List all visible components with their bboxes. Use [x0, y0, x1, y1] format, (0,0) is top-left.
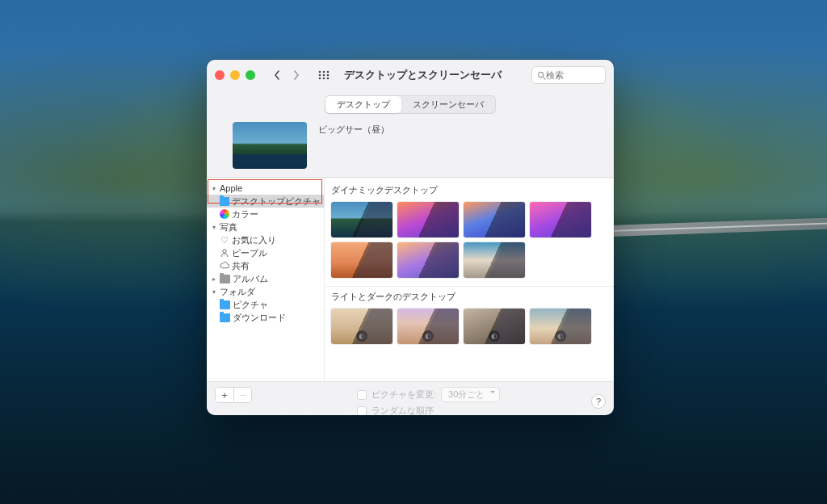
sidebar-item-favorites[interactable]: ♡ お気に入り [207, 233, 324, 246]
forward-button[interactable] [288, 67, 305, 83]
sidebar-item-label: 共有 [232, 260, 250, 272]
wallpaper-thumb[interactable]: ◐ [397, 309, 459, 344]
svg-point-11 [223, 250, 226, 253]
svg-point-4 [323, 74, 325, 77]
change-picture-checkbox[interactable] [357, 390, 367, 400]
source-sidebar: ▾ Apple デスクトップピクチャ カラー ▾ 写真 ♡ お気に入り [207, 178, 325, 381]
sidebar-item-label: デスクトップピクチャ [232, 195, 321, 208]
wallpaper-thumb[interactable] [464, 242, 525, 278]
svg-point-1 [323, 71, 325, 74]
color-wheel-icon [220, 209, 229, 219]
current-wallpaper-preview [233, 122, 307, 169]
sidebar-item-colors[interactable]: カラー [207, 208, 324, 220]
svg-point-9 [538, 72, 543, 77]
sidebar-group-folders[interactable]: ▾ フォルダ [207, 285, 324, 298]
tab-desktop[interactable]: デスクトップ [325, 96, 401, 113]
minimize-button[interactable] [230, 70, 240, 80]
random-order-label: ランダムな順序 [372, 405, 434, 415]
section-lightdark: ライトとダークのデスクトップ [325, 288, 614, 305]
sidebar-item-people[interactable]: ピープル [207, 246, 324, 259]
search-icon [537, 71, 546, 80]
grid-icon [318, 70, 330, 80]
people-icon [220, 248, 229, 258]
sidebar-item-label: お気に入り [232, 234, 276, 246]
wallpaper-thumb[interactable] [397, 242, 459, 278]
interval-select[interactable]: 30分ごと [441, 387, 500, 402]
sidebar-item-shared[interactable]: 共有 [207, 259, 324, 272]
change-options: ピクチャを変更: 30分ごと ランダムな順序 [357, 387, 500, 415]
lightdark-grid: ◐ ◐ ◐ ◐ [325, 305, 614, 351]
svg-point-7 [323, 78, 325, 80]
chevron-left-icon [274, 70, 280, 80]
sidebar-item-pictures-folder[interactable]: ピクチャ [207, 298, 324, 311]
wallpaper-thumb[interactable] [530, 202, 591, 237]
zoom-button[interactable] [246, 70, 255, 80]
svg-point-6 [319, 78, 321, 80]
change-picture-label: ピクチャを変更: [372, 388, 436, 401]
sidebar-group-photos[interactable]: ▾ 写真 [207, 220, 324, 233]
svg-point-2 [327, 71, 330, 74]
add-remove-control: ＋ － [215, 387, 252, 403]
wallpaper-content: ダイナミックデスクトップ ライトとダークのデスクトップ ◐ ◐ ◐ ◐ [325, 178, 614, 381]
appearance-badge-icon: ◐ [555, 330, 566, 342]
sidebar-item-downloads-folder[interactable]: ダウンロード [207, 311, 324, 324]
group-label: 写真 [220, 221, 237, 233]
tab-control: デスクトップ スクリーンセーバ [207, 90, 614, 122]
group-label: アルバム [233, 273, 268, 285]
wallpaper-thumb[interactable]: ◐ [530, 309, 591, 344]
dynamic-grid [325, 199, 614, 284]
sidebar-item-label: カラー [232, 208, 258, 220]
wallpaper-thumb[interactable] [464, 202, 525, 237]
search-field[interactable] [531, 66, 606, 84]
help-button[interactable]: ? [591, 394, 606, 409]
search-input[interactable] [546, 70, 596, 80]
random-order-checkbox[interactable] [357, 406, 367, 416]
tab-screensaver[interactable]: スクリーンセーバ [401, 96, 495, 113]
preview-row: ビッグサー（昼） [207, 122, 614, 178]
sidebar-item-label: ピープル [232, 247, 267, 259]
sidebar-item-label: ピクチャ [233, 299, 268, 311]
group-label: フォルダ [220, 286, 255, 298]
sidebar-group-albums[interactable]: ▸ アルバム [207, 272, 324, 285]
footer: ＋ － ピクチャを変更: 30分ごと ランダムな順序 ? [207, 381, 614, 415]
folder-icon [220, 300, 230, 309]
appearance-badge-icon: ◐ [356, 330, 367, 342]
heart-icon: ♡ [220, 235, 229, 245]
current-wallpaper-name: ビッグサー（昼） [318, 122, 389, 169]
wallpaper-thumb[interactable]: ◐ [331, 309, 393, 344]
sidebar-item-label: ダウンロード [233, 312, 286, 324]
window-title: デスクトップとスクリーンセーバ [344, 68, 502, 82]
remove-folder-button[interactable]: － [233, 388, 251, 402]
svg-point-5 [327, 74, 330, 77]
back-button[interactable] [268, 67, 286, 83]
wallpaper-thumb[interactable] [331, 202, 393, 237]
svg-point-3 [319, 74, 321, 77]
folder-icon [220, 197, 229, 206]
disclosure-down-icon: ▾ [210, 224, 217, 231]
sidebar-item-desktop-pictures[interactable]: デスクトップピクチャ [207, 195, 324, 208]
traffic-lights [215, 70, 255, 80]
preferences-window: デスクトップとスクリーンセーバ デスクトップ スクリーンセーバ ビッグサー（昼）… [207, 60, 614, 415]
titlebar: デスクトップとスクリーンセーバ [207, 60, 614, 90]
svg-line-10 [543, 77, 545, 79]
appearance-badge-icon: ◐ [489, 330, 500, 342]
folder-icon [220, 313, 230, 322]
disclosure-right-icon: ▸ [210, 275, 217, 283]
wallpaper-thumb[interactable] [331, 242, 393, 278]
wallpaper-thumb[interactable] [397, 202, 459, 237]
show-all-button[interactable] [315, 67, 333, 83]
chevron-right-icon [293, 70, 300, 80]
cloud-icon [220, 261, 229, 271]
close-button[interactable] [215, 70, 225, 80]
group-label: Apple [220, 183, 242, 193]
divider [325, 286, 614, 287]
appearance-badge-icon: ◐ [422, 330, 434, 342]
add-folder-button[interactable]: ＋ [216, 388, 233, 402]
wallpaper-thumb[interactable]: ◐ [464, 309, 525, 344]
main-body: ▾ Apple デスクトップピクチャ カラー ▾ 写真 ♡ お気に入り [207, 178, 614, 381]
folder-icon [220, 275, 230, 284]
svg-point-0 [319, 71, 321, 74]
svg-point-8 [327, 78, 330, 80]
disclosure-down-icon: ▾ [210, 288, 217, 296]
sidebar-group-apple[interactable]: ▾ Apple [207, 182, 324, 195]
